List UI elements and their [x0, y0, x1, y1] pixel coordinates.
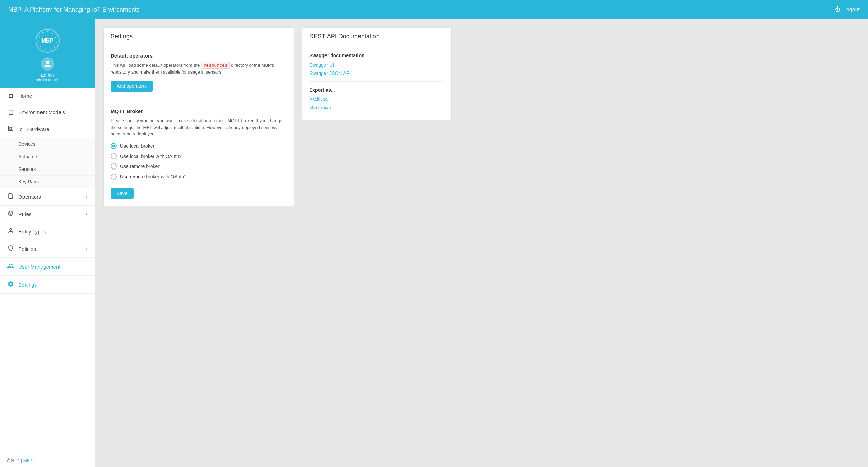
radio-remote-oauth2[interactable]: Use remote broker with OAuth2 [111, 174, 287, 180]
sidebar-item-environment-models[interactable]: ◫ Environment Models [0, 104, 95, 120]
settings-icon [7, 280, 14, 289]
settings-card-title: Settings [104, 28, 294, 46]
export-section-title: Export as... [309, 87, 445, 93]
sidebar-item-label: Policies [18, 246, 36, 252]
api-card: REST API Documentation Swagger documenta… [302, 27, 452, 120]
svg-point-0 [47, 31, 48, 32]
sidebar-item-label: Home [18, 93, 32, 99]
sidebar-item-label: Entity Types [18, 229, 46, 235]
sidebar-footer: © 2021 | MBP. [0, 454, 95, 467]
logo-dots [36, 30, 59, 52]
default-operators-section: Default operators This will load some de… [111, 53, 287, 92]
user-full-name: admin admin [36, 78, 59, 82]
sidebar-item-user-management[interactable]: User Management [0, 258, 95, 276]
svg-point-7 [45, 49, 46, 50]
expand-icon: + [85, 246, 88, 252]
swagger-json-link[interactable]: Swagger JSON API [309, 70, 445, 76]
mqtt-broker-options: Use local broker Use local broker with O… [111, 143, 287, 180]
swagger-section: Swagger documentation Swagger UI Swagger… [309, 53, 445, 76]
topbar-title: MBP: A Platform for Managing IoT Environ… [8, 6, 140, 13]
svg-point-4 [39, 36, 40, 37]
svg-point-3 [42, 32, 43, 34]
mbp-link[interactable]: MBP. [23, 458, 33, 463]
default-operators-desc: This will load some default operators fr… [111, 62, 287, 75]
sidebar-item-iot-hardware[interactable]: IoT Hardware − [0, 120, 95, 138]
main-content: Settings Default operators This will loa… [95, 19, 868, 467]
svg-point-9 [54, 46, 55, 48]
person-icon [44, 60, 52, 68]
radio-circle-remote [111, 163, 117, 170]
radio-circle-remote-oauth2 [111, 174, 117, 180]
resources-code: resources [201, 62, 230, 69]
sidebar-item-key-pairs[interactable]: Key Pairs [0, 176, 95, 188]
sidebar: MBP [0, 19, 95, 467]
sidebar-item-label: Environment Models [18, 109, 65, 115]
settings-card-body: Default operators This will load some de… [104, 46, 294, 206]
sidebar-item-label: User Management [18, 264, 60, 270]
markdown-link[interactable]: Markdown [309, 105, 445, 110]
iot-icon [7, 125, 14, 133]
add-operators-button[interactable]: Add operators [111, 81, 153, 92]
save-button[interactable]: Save [111, 188, 134, 199]
mqtt-broker-desc: Please specify whether you want to use a… [111, 117, 287, 138]
entity-types-icon [7, 228, 14, 235]
user-name: admin [41, 72, 54, 78]
expand-icon: + [85, 194, 88, 199]
sidebar-logo: MBP [34, 27, 61, 54]
sidebar-item-label: Operators [18, 194, 41, 200]
environment-icon: ◫ [7, 109, 14, 115]
sidebar-item-policies[interactable]: Policies + [0, 240, 95, 258]
user-management-icon [7, 262, 14, 271]
svg-point-6 [40, 46, 41, 47]
collapse-icon: − [85, 126, 88, 132]
sidebar-item-label: Settings [18, 282, 37, 288]
export-section: Export as... AsciiDoc Markdown [309, 87, 445, 110]
radio-circle-local-oauth2 [111, 153, 117, 159]
logout-button[interactable]: ⏻ Logout [835, 6, 860, 13]
svg-rect-12 [10, 127, 12, 129]
svg-point-2 [55, 37, 56, 38]
svg-point-8 [50, 49, 51, 51]
sidebar-item-home[interactable]: ⊞ Home [0, 88, 95, 104]
policies-icon [7, 245, 14, 253]
mqtt-broker-section: MQTT Broker Please specify whether you w… [111, 108, 287, 199]
sidebar-item-label: Rules [18, 211, 31, 217]
asciidoc-link[interactable]: AsciiDoc [309, 97, 445, 102]
radio-local[interactable]: Use local broker [111, 143, 287, 149]
api-section-divider [309, 81, 445, 82]
sidebar-item-sensors[interactable]: Sensors [0, 163, 95, 176]
sidebar-item-operators[interactable]: Operators + [0, 188, 95, 206]
sidebar-item-actuators[interactable]: Actuators [0, 150, 95, 163]
radio-local-oauth2[interactable]: Use local broker with OAuth2 [111, 153, 287, 159]
swagger-ui-link[interactable]: Swagger UI [309, 62, 445, 68]
api-card-title: REST API Documentation [302, 28, 451, 46]
default-operators-title: Default operators [111, 53, 287, 59]
sidebar-item-entity-types[interactable]: Entity Types [0, 223, 95, 240]
operators-icon [7, 193, 14, 200]
sidebar-item-settings[interactable]: Settings [0, 276, 95, 294]
rules-icon [7, 210, 14, 218]
logo-graphic: MBP [36, 29, 60, 53]
svg-point-13 [10, 228, 12, 230]
expand-icon: + [85, 211, 88, 217]
home-icon: ⊞ [7, 93, 14, 99]
svg-point-5 [38, 41, 39, 43]
settings-card: Settings Default operators This will loa… [103, 27, 294, 206]
mqtt-broker-title: MQTT Broker [111, 108, 287, 114]
svg-point-10 [56, 42, 57, 43]
sidebar-item-devices[interactable]: Devices [0, 138, 95, 150]
topbar: MBP: A Platform for Managing IoT Environ… [0, 0, 868, 19]
iot-hardware-submenu: Devices Actuators Sensors Key Pairs [0, 138, 95, 188]
sidebar-item-label: IoT Hardware [18, 126, 49, 132]
sidebar-header: MBP [0, 19, 95, 88]
avatar [41, 57, 54, 71]
sidebar-item-rules[interactable]: Rules + [0, 206, 95, 223]
radio-remote[interactable]: Use remote broker [111, 163, 287, 170]
svg-point-1 [52, 33, 53, 34]
api-card-body: Swagger documentation Swagger UI Swagger… [302, 46, 451, 120]
svg-rect-11 [8, 126, 13, 131]
radio-circle-local [111, 143, 117, 149]
swagger-section-title: Swagger documentation [309, 53, 445, 58]
power-icon: ⏻ [835, 6, 840, 13]
section-divider [111, 100, 287, 100]
